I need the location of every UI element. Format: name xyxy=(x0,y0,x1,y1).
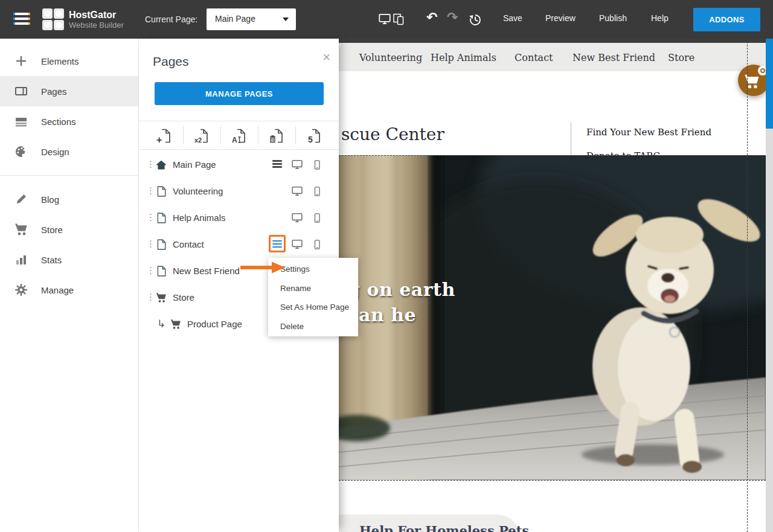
page-menu-icon-highlighted[interactable] xyxy=(269,235,286,252)
sidebar-item-design[interactable]: Design xyxy=(0,136,138,167)
sidebar-item-sections[interactable]: Sections xyxy=(0,106,138,136)
sidebar-item-blog[interactable]: Blog xyxy=(0,184,138,214)
page-icon xyxy=(156,213,167,223)
mobile-visibility-icon[interactable] xyxy=(312,239,322,250)
site-header-section[interactable]: scue Center Find Your New Best Friend Do… xyxy=(339,71,766,155)
panel-title: Pages xyxy=(153,54,189,69)
preview-button[interactable]: Preview xyxy=(545,13,576,23)
bottom-heading-fragment[interactable]: Help For Homeless Pets xyxy=(359,523,529,532)
drag-handle-icon[interactable]: ⋮ xyxy=(146,292,155,304)
builder-topbar: HostGator Website Builder Current Page: … xyxy=(0,0,773,39)
site-link-find-friend[interactable]: Find Your New Best Friend xyxy=(586,127,711,138)
page-row-contact[interactable]: ⋮ Contact xyxy=(139,231,339,258)
sidebar-item-store[interactable]: Store xyxy=(0,214,138,245)
site-bottom-section[interactable]: Help For Homeless Pets xyxy=(339,480,766,532)
sidebar-item-pages[interactable]: Pages xyxy=(0,76,138,106)
publish-button[interactable]: Publish xyxy=(599,13,627,23)
mobile-visibility-icon[interactable] xyxy=(312,186,322,197)
hero-text-line-1[interactable]: g on earth xyxy=(347,279,455,300)
drag-handle-icon[interactable]: ⋮ xyxy=(146,212,155,224)
site-preview-canvas[interactable]: Volunteering Help Animals Contact New Be… xyxy=(339,39,766,532)
drag-handle-icon[interactable]: ⋮ xyxy=(146,265,155,277)
panel-divider xyxy=(139,149,339,150)
menu-icon[interactable] xyxy=(13,13,30,26)
home-icon xyxy=(156,159,167,170)
close-icon[interactable]: × xyxy=(322,51,330,64)
page-row-label[interactable]: Store xyxy=(173,292,194,303)
page-row-main-page[interactable]: ⋮ Main Page xyxy=(139,152,339,178)
page-row-label[interactable]: Main Page xyxy=(173,159,216,170)
save-button[interactable]: Save xyxy=(503,13,522,23)
help-button[interactable]: Help xyxy=(651,13,669,23)
bottom-card[interactable]: Help For Homeless Pets xyxy=(339,514,520,532)
sidebar-item-label: Elements xyxy=(41,56,79,66)
sidebar-item-label: Stats xyxy=(41,255,62,265)
desktop-visibility-icon[interactable] xyxy=(292,213,303,223)
page-row-volunteering[interactable]: ⋮ Volunteering xyxy=(139,178,339,205)
cart-icon xyxy=(744,74,760,89)
site-cart-widget[interactable] xyxy=(738,65,766,96)
restore-page-icon[interactable]: 5 xyxy=(295,125,333,147)
drag-handle-icon[interactable]: ⋮ xyxy=(146,185,155,197)
page-icon xyxy=(156,266,167,277)
add-page-icon[interactable]: + xyxy=(146,125,183,147)
svg-text:+: + xyxy=(156,135,162,145)
desktop-visibility-icon[interactable] xyxy=(292,239,303,250)
page-row-label[interactable]: Help Animals xyxy=(173,213,226,223)
builder-sidebar: Elements Pages Sections Design xyxy=(0,39,139,532)
svg-text:x2: x2 xyxy=(194,136,202,144)
current-page-dropdown[interactable]: Main Page xyxy=(207,8,296,30)
mobile-view-icon[interactable] xyxy=(393,13,405,25)
desktop-visibility-icon[interactable] xyxy=(292,186,303,197)
redo-icon[interactable]: ↷ xyxy=(447,10,458,25)
hero-image-section[interactable]: g on earth an he xyxy=(339,155,766,480)
preview-scrollbar-thumb[interactable] xyxy=(766,39,773,129)
section-boundary-top xyxy=(339,155,766,156)
page-menu-icon[interactable] xyxy=(272,160,282,169)
preview-scrollbar-track[interactable] xyxy=(766,39,773,532)
sidebar-divider xyxy=(0,175,138,176)
desktop-view-icon[interactable] xyxy=(378,13,391,25)
addons-button[interactable]: ADDONS xyxy=(693,8,760,31)
history-icon[interactable] xyxy=(469,13,482,27)
current-page-label: Current Page: xyxy=(145,14,197,24)
site-nav-new-best-friend[interactable]: New Best Friend xyxy=(573,52,655,63)
page-row-label[interactable]: Contact xyxy=(173,239,204,249)
trash-icon xyxy=(270,136,275,143)
site-nav-bar[interactable]: Volunteering Help Animals Contact New Be… xyxy=(339,43,766,71)
cart-icon xyxy=(156,292,167,303)
context-menu-rename[interactable]: Rename xyxy=(268,279,358,298)
sidebar-item-stats[interactable]: Stats xyxy=(0,245,138,275)
duplicate-page-icon[interactable]: x2 xyxy=(183,125,220,147)
page-row-label[interactable]: Volunteering xyxy=(173,186,223,196)
mobile-visibility-icon[interactable] xyxy=(312,159,322,170)
manage-pages-button[interactable]: MANAGE PAGES xyxy=(155,82,324,105)
site-nav-store[interactable]: Store xyxy=(668,52,694,63)
section-boundary-bottom xyxy=(339,480,766,481)
page-row-label[interactable]: Product Page xyxy=(187,319,242,329)
svg-text:5: 5 xyxy=(308,135,313,144)
site-nav-help-animals[interactable]: Help Animals xyxy=(431,52,496,63)
drag-handle-icon[interactable]: ⋮ xyxy=(146,159,155,171)
bar-chart-icon xyxy=(14,253,28,266)
sidebar-item-elements[interactable]: Elements xyxy=(0,46,138,76)
context-menu-delete[interactable]: Delete xyxy=(268,317,358,336)
hero-text-line-2[interactable]: an he xyxy=(359,304,416,325)
page-row-help-animals[interactable]: ⋮ Help Animals xyxy=(139,205,339,231)
undo-icon[interactable]: ↶ xyxy=(426,10,437,25)
mobile-visibility-icon[interactable] xyxy=(312,213,322,223)
context-menu-set-home[interactable]: Set As Home Page xyxy=(268,298,358,317)
page-row-label[interactable]: New Best Friend xyxy=(173,266,240,276)
sidebar-item-manage[interactable]: Manage xyxy=(0,275,138,305)
site-title-fragment[interactable]: scue Center xyxy=(341,124,444,144)
rename-page-icon[interactable]: A xyxy=(220,125,258,147)
site-nav-volunteering[interactable]: Volunteering xyxy=(359,52,422,63)
site-nav-contact[interactable]: Contact xyxy=(515,52,553,63)
desktop-visibility-icon[interactable] xyxy=(292,159,303,170)
pencil-icon xyxy=(14,193,28,206)
annotation-arrow-icon xyxy=(239,261,286,274)
svg-text:A: A xyxy=(232,136,237,144)
delete-page-icon[interactable] xyxy=(258,125,295,147)
page-menu-icon[interactable] xyxy=(272,240,282,249)
drag-handle-icon[interactable]: ⋮ xyxy=(146,239,155,251)
